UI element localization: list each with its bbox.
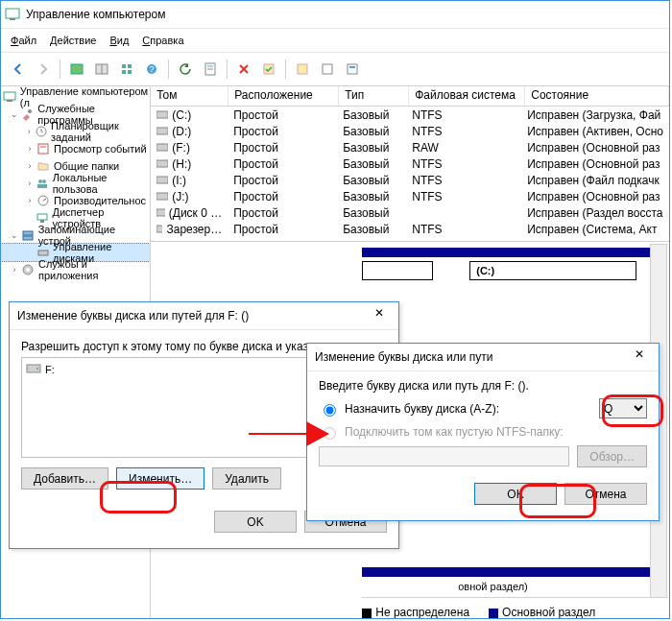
svg-rect-8 xyxy=(128,70,132,74)
menu-help[interactable]: Справка xyxy=(142,35,183,46)
disk-strip xyxy=(362,248,650,257)
event-icon xyxy=(36,141,51,156)
tb-icon-1[interactable] xyxy=(65,58,88,81)
tb-prop-icon[interactable] xyxy=(199,58,222,81)
volume-row[interactable]: (D:)ПростойБазовыйNTFSИсправен (Активен,… xyxy=(151,123,669,139)
svg-rect-16 xyxy=(323,64,332,74)
app-icon xyxy=(5,7,20,22)
volume-list: (C:)ПростойБазовыйNTFSИсправен (Загрузка… xyxy=(151,107,669,237)
svg-rect-6 xyxy=(128,64,132,68)
users-icon xyxy=(35,176,49,191)
disk-strip-2 xyxy=(362,567,650,577)
cancel-button[interactable]: Отмена xyxy=(564,483,647,505)
volume-row[interactable]: (C:)ПростойБазовыйNTFSИсправен (Загрузка… xyxy=(151,107,669,123)
volume-row[interactable]: (Диск 0 …ПростойБазовыйИсправен (Раздел … xyxy=(151,204,669,221)
volume-row[interactable]: Зарезер…ПростойБазовыйNTFSИсправен (Сист… xyxy=(151,221,669,237)
dlg2-title: Изменение буквы диска или пути xyxy=(315,350,493,364)
tb-misc-icon-1[interactable] xyxy=(291,58,314,81)
tools-icon xyxy=(20,107,36,122)
legend-unalloc: Не распределена xyxy=(362,606,469,619)
svg-point-25 xyxy=(38,179,42,183)
collapse-icon[interactable]: ⌄ xyxy=(9,230,20,240)
svg-rect-5 xyxy=(122,64,126,68)
opt-mount-folder: Подключить том как пустую NTFS-папку: xyxy=(319,422,647,442)
col-layout[interactable]: Расположение xyxy=(228,86,339,106)
tb-icon-4[interactable]: ? xyxy=(140,58,163,81)
svg-rect-41 xyxy=(156,193,168,200)
svg-rect-23 xyxy=(38,144,48,154)
ok-button[interactable]: OK xyxy=(214,511,297,533)
expand-icon[interactable]: › xyxy=(24,161,36,171)
expand-icon[interactable]: › xyxy=(24,196,36,205)
folder-share-icon xyxy=(36,158,51,174)
svg-rect-2 xyxy=(71,64,83,74)
col-fs[interactable]: Файловая система xyxy=(409,86,525,106)
tree-users[interactable]: ›Локальные пользова xyxy=(1,175,150,192)
tb-misc-icon-3[interactable] xyxy=(341,58,364,81)
volume-row[interactable]: (J:)ПростойБазовыйNTFSИсправен (Основной… xyxy=(151,188,669,204)
ok-button[interactable]: OK xyxy=(474,483,557,505)
opt-assign-letter[interactable]: Назначить букву диска (A-Z): xyxy=(319,399,499,418)
menu-view[interactable]: Вид xyxy=(109,35,129,46)
svg-point-26 xyxy=(42,179,46,183)
svg-rect-0 xyxy=(6,9,19,18)
col-volume[interactable]: Том xyxy=(151,86,228,106)
svg-rect-31 xyxy=(23,231,33,235)
tree-services[interactable]: ›Службы и приложения xyxy=(1,261,150,278)
col-type[interactable]: Тип xyxy=(339,86,409,106)
expand-icon[interactable]: › xyxy=(24,144,36,154)
nav-fwd-icon[interactable] xyxy=(32,58,55,81)
volume-row[interactable]: (H:)ПростойБазовыйNTFSИсправен (Основной… xyxy=(151,155,669,172)
menu-bar: Файл Действие Вид Справка xyxy=(1,29,669,53)
expand-icon[interactable]: › xyxy=(24,179,35,188)
col-state[interactable]: Состояние xyxy=(525,86,669,106)
svg-rect-7 xyxy=(122,70,126,74)
svg-rect-19 xyxy=(4,92,15,100)
toolbar: ? xyxy=(1,53,669,86)
svg-rect-37 xyxy=(156,128,168,134)
change-button[interactable]: Изменить… xyxy=(116,467,204,490)
services-icon xyxy=(20,262,36,277)
disk-map-blank[interactable] xyxy=(362,261,433,280)
collapse-icon[interactable]: ⌄ xyxy=(9,109,20,119)
svg-text:?: ? xyxy=(149,64,154,74)
letter-dropdown[interactable]: Q xyxy=(599,398,647,418)
nav-back-icon[interactable] xyxy=(7,58,30,81)
svg-rect-42 xyxy=(156,209,165,216)
dlg1-drive-label: F: xyxy=(45,364,55,375)
menu-file[interactable]: Файл xyxy=(11,35,36,46)
expand-icon[interactable]: › xyxy=(9,265,20,275)
legend-primary: Основной раздел xyxy=(489,606,595,619)
tb-icon-2[interactable] xyxy=(90,58,113,81)
tb-delete-icon[interactable] xyxy=(232,58,255,81)
menu-action[interactable]: Действие xyxy=(50,35,96,46)
tb-icon-3[interactable] xyxy=(115,58,138,81)
tb-check-icon[interactable] xyxy=(257,58,280,81)
window-title: Управление компьютером xyxy=(26,8,165,21)
tree-eventviewer[interactable]: ›Просмотр событий xyxy=(1,140,150,157)
mount-path-input xyxy=(319,446,569,466)
svg-rect-17 xyxy=(348,64,357,74)
svg-point-35 xyxy=(26,268,30,272)
remove-button[interactable]: Удалить xyxy=(212,467,281,490)
close-icon[interactable]: ✕ xyxy=(368,306,391,325)
add-button[interactable]: Добавить… xyxy=(21,467,108,490)
radio-mount xyxy=(324,427,336,440)
disk-map-c[interactable]: (C:) xyxy=(469,261,636,280)
browse-button: Обзор… xyxy=(577,445,647,467)
tree-scheduler[interactable]: ›Планировщик заданий xyxy=(1,123,150,140)
radio-assign[interactable] xyxy=(324,404,336,417)
partial-text: овной раздел) xyxy=(458,581,528,592)
dialog-change-letter: Изменение буквы диска или пути ✕ Введите… xyxy=(306,343,660,521)
svg-point-45 xyxy=(36,368,38,370)
svg-rect-33 xyxy=(38,251,48,255)
tb-misc-icon-2[interactable] xyxy=(316,58,339,81)
svg-rect-36 xyxy=(156,111,168,118)
volume-row[interactable]: (F:)ПростойБазовыйRAWИсправен (Основной … xyxy=(151,139,669,155)
svg-rect-43 xyxy=(156,226,162,232)
tb-refresh-icon[interactable] xyxy=(174,58,197,81)
svg-rect-30 xyxy=(40,220,44,223)
expand-icon[interactable]: › xyxy=(24,127,35,136)
volume-row[interactable]: (I:)ПростойБазовыйNTFSИсправен (Файл под… xyxy=(151,172,669,188)
close-icon[interactable]: ✕ xyxy=(628,347,651,367)
